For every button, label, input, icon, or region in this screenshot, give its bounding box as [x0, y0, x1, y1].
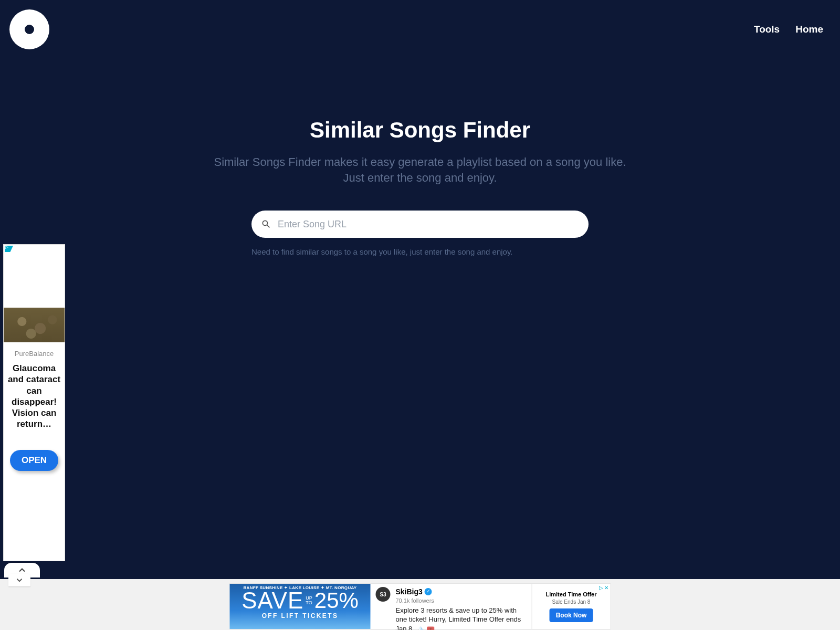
ad-left-open-button[interactable]: OPEN: [10, 450, 58, 471]
ad-bottom-book-button[interactable]: Book Now: [550, 608, 593, 622]
ad-bottom-sale: Sale Ends Jan 8: [552, 599, 591, 605]
adchoices-label: ▷: [5, 245, 8, 249]
ad-left-image: [4, 308, 65, 342]
search-input[interactable]: [278, 219, 579, 230]
ad-bottom[interactable]: BANFF SUNSHINE ✦ LAKE LOUISE ✦ MT. NORQU…: [229, 583, 611, 629]
nav-home[interactable]: Home: [795, 24, 823, 35]
ad-bottom-followers: 70.1k followers: [396, 597, 527, 605]
ad-bottom-banner: BANFF SUNSHINE ✦ LAKE LOUISE ✦ MT. NORQU…: [230, 584, 371, 629]
helper-text: Need to find similar songs to a song you…: [251, 247, 589, 256]
page-title: Similar Songs Finder: [0, 118, 840, 143]
bottom-ad-collapse[interactable]: [8, 574, 30, 586]
verified-icon: [425, 588, 432, 595]
ad-bottom-save: SAVE: [242, 590, 303, 611]
nav-tools[interactable]: Tools: [754, 24, 780, 35]
ad-bottom-lto: Limited Time Offer: [546, 591, 597, 597]
ad-bottom-mid: S3 SkiBig3 70.1k followers Explore 3 res…: [371, 584, 532, 629]
ad-bottom-upto: UPTO: [306, 596, 312, 605]
ad-bottom-right: ▷ ✕ Limited Time Offer Sale Ends Jan 8 B…: [532, 584, 611, 629]
main-content: Similar Songs Finder Similar Songs Finde…: [0, 49, 840, 256]
page-subtitle: Similar Songs Finder makes it easy gener…: [0, 154, 840, 185]
chevron-down-icon: [15, 575, 24, 585]
subtitle-line-2: Just enter the song and enjoy.: [343, 171, 497, 184]
subtitle-line-1: Similar Songs Finder makes it easy gener…: [214, 155, 626, 169]
logo[interactable]: [9, 9, 49, 49]
search-icon: [261, 219, 271, 229]
ad-bottom-name: SkiBig3: [396, 587, 423, 597]
ad-left[interactable]: ▷ PureBalance Glaucoma and cataract can …: [3, 244, 65, 561]
logo-dot-icon: [25, 25, 34, 34]
top-nav: Tools Home: [754, 24, 830, 35]
ad-left-advertiser: PureBalance: [15, 350, 54, 358]
ad-bottom-avatar: S3: [376, 587, 391, 602]
ad-info-icons[interactable]: ▷ ✕: [599, 585, 608, 591]
ad-left-title: Glaucoma and cataract can disappear! Vis…: [4, 363, 65, 430]
search-box[interactable]: [251, 211, 589, 238]
adchoices-icon: ▷: [599, 585, 603, 591]
close-ad-icon[interactable]: ✕: [604, 585, 608, 591]
bottom-ad-bar: BANFF SUNSHINE ✦ LAKE LOUISE ✦ MT. NORQU…: [0, 579, 840, 630]
ad-bottom-percent: 25%: [314, 591, 359, 611]
ad-bottom-desc: Explore 3 resorts & save up to 25% with …: [396, 606, 527, 630]
